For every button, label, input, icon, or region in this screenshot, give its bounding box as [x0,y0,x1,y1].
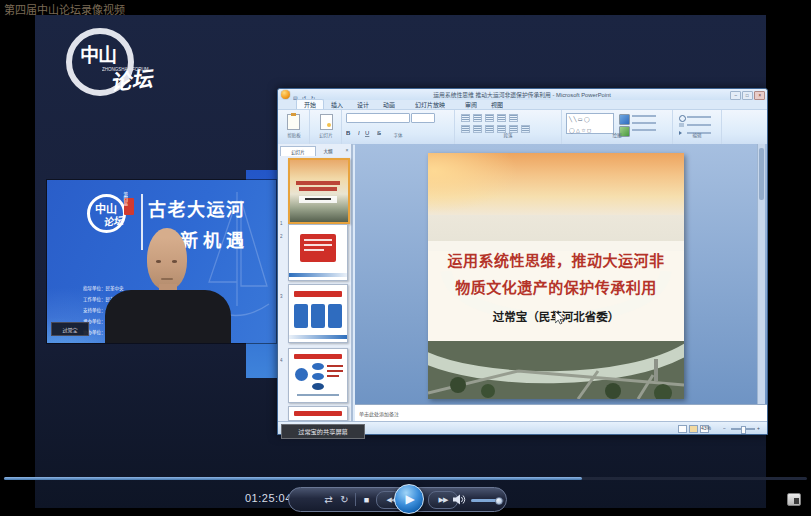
video-player-stage: 第四届中山论坛录像视频 中山 ZHONGSHAN FORUM 论坛 中山 论坛 … [0,0,811,516]
ppt-window[interactable]: ▤↺↻ 运用系统性思维 推动大运河非遗保护传承利用 - Microsoft Po… [277,88,768,435]
forum-logo: 中山 ZHONGSHAN FORUM 论坛 [58,22,173,106]
slide-thumbnail-1[interactable] [288,158,350,224]
panel-tab-slides[interactable]: 幻灯片 [280,146,316,156]
ribbon-group-font: B I U S 字体 [342,110,455,144]
slide2-number: 2 [280,229,286,247]
seek-fill [4,477,582,480]
slide-aerial-photo [428,341,684,399]
ppt-title-bar[interactable]: ▤↺↻ 运用系统性思维 推动大运河非遗保护传承利用 - Microsoft Po… [278,89,767,100]
ppt-window-title-wrap: 运用系统性思维 推动大运河非遗保护传承利用 - Microsoft PowerP… [278,89,767,100]
backdrop-logo-bottom: 论坛 [102,212,123,229]
speaker-name-label: 过常宝 [51,322,89,336]
font-size-select[interactable] [411,113,435,123]
tab-review[interactable]: 审阅 [458,100,484,109]
slide-thumbnail-4[interactable] [288,348,348,403]
slide-thumbnail-2[interactable] [288,224,348,281]
slide-title-line1: 运用系统性思维，推动大运河非 [428,249,684,270]
window-minimize-button[interactable]: – [730,91,741,100]
time-display: 01:25:04 [245,492,292,504]
tab-animations[interactable]: 动画 [376,100,402,109]
slide-canvas[interactable]: 运用系统性思维，推动大运河非 物质文化遗产的保护传承利用 过常宝（民革河北省委） [428,153,684,399]
scrollbar-thumb[interactable] [759,148,764,200]
tab-home[interactable]: 开始 [296,99,324,109]
list-buttons[interactable] [461,114,518,122]
play-button[interactable]: ▶ [394,484,424,514]
speaker-eye-left [156,260,161,263]
vertical-scrollbar[interactable] [757,144,765,404]
ribbon-tab-bar: 开始 插入 设计 动画 幻灯片放映 审阅 视图 [278,100,767,110]
volume-slider[interactable] [471,499,504,502]
speaker-mouth [161,278,173,280]
speaker-head [147,228,187,290]
session-badge: 第四届 [124,198,134,215]
shuffle-button[interactable]: ⇄ [322,493,335,506]
slide-editing-area: 运用系统性思维，推动大运河非 物质文化遗产的保护传承利用 过常宝（民革河北省委） [355,144,767,404]
arrange-icon[interactable] [619,114,630,125]
mouse-cursor-icon [555,311,565,325]
ribbon: 剪贴板 幻灯片 B I U S 字体 [278,110,767,145]
tab-view[interactable]: 视图 [484,100,510,109]
slide3-number: 3 [280,289,286,307]
volume-icon[interactable] [453,494,466,505]
font-name-select[interactable] [346,113,410,123]
corner-icon-glyph [794,498,799,504]
ribbon-group-clipboard: 剪贴板 [278,110,310,144]
backdrop-divider [141,194,143,250]
slides-panel: 幻灯片 大纲 × 1 2 3 [278,144,353,421]
drawing-label-bar2 [632,122,656,124]
panel-close-button[interactable]: × [343,147,351,155]
slide-sorter-view-button[interactable] [689,425,698,433]
slide-thumbnail-3[interactable] [288,284,348,343]
control-divider [355,493,356,506]
window-maximize-button[interactable]: □ [742,91,753,100]
backdrop-headline-line2: 新机遇 [180,226,249,252]
screen-share-tooltip: 过常宝的共享屏幕 [281,424,365,439]
tab-insert[interactable]: 插入 [324,100,350,109]
seek-bar[interactable] [4,477,807,480]
ribbon-group-paragraph: 段落 [455,110,562,144]
zoom-slider-thumb[interactable] [741,426,746,434]
notes-pane[interactable]: 单击此处添加备注 [355,404,767,422]
volume-thumb[interactable] [495,497,503,505]
repeat-button[interactable]: ↻ [338,493,351,506]
normal-view-button[interactable] [678,425,687,433]
ppt-window-title: 运用系统性思维 推动大运河非遗保护传承利用 - Microsoft PowerP… [434,90,612,99]
backdrop-headline-line1: 古老大运河 [148,195,246,221]
zoom-value: 43% [701,425,711,431]
panel-tab-bar: 幻灯片 大纲 × [280,146,351,155]
ribbon-group-drawing: ╲ ╲ ▭ ◯ ◯ △ ☆ ◻ 绘图 [562,110,673,144]
zoom-slider[interactable] [731,428,755,430]
ribbon-group-editing: 编辑 [673,110,722,144]
playback-control-bar: ⇄ ↻ ■ ◀◀ ▶ ▶▶ [288,487,507,512]
slide4-number: 4 [280,353,286,371]
forum-logo-name-bottom: 论坛 [109,62,154,96]
tab-slideshow[interactable]: 幻灯片放映 [402,100,458,109]
find-label-bar [687,116,711,118]
notes-placeholder: 单击此处添加备注 [359,410,399,418]
ribbon-group-slides: 幻灯片 [310,110,342,144]
window-close-button[interactable]: × [754,91,765,100]
stop-button[interactable]: ■ [360,493,373,506]
fullscreen-corner-icon[interactable] [787,493,801,506]
drawing-label-bar1 [632,115,656,117]
window-controls: – □ × [730,91,765,100]
find-icon[interactable] [679,115,686,122]
slide-title-line2: 物质文化遗产的保护传承利用 [428,276,684,297]
slide-sun-glow [428,153,518,213]
speaker-body [105,290,231,343]
zoom-out-button[interactable]: − [723,425,726,431]
speaker-video-window[interactable]: 中山 论坛 第四届 古老大运河 新机遇 指导单位：民革中央 工作单位：民革北京市… [47,180,276,343]
zoom-in-button[interactable]: + [757,425,760,431]
panel-tab-outline[interactable]: 大纲 [316,146,340,155]
volume-fill [471,499,497,502]
slide-thumbnail-5[interactable] [288,406,348,421]
speaker-eye-right [172,260,177,263]
tab-design[interactable]: 设计 [350,100,376,109]
